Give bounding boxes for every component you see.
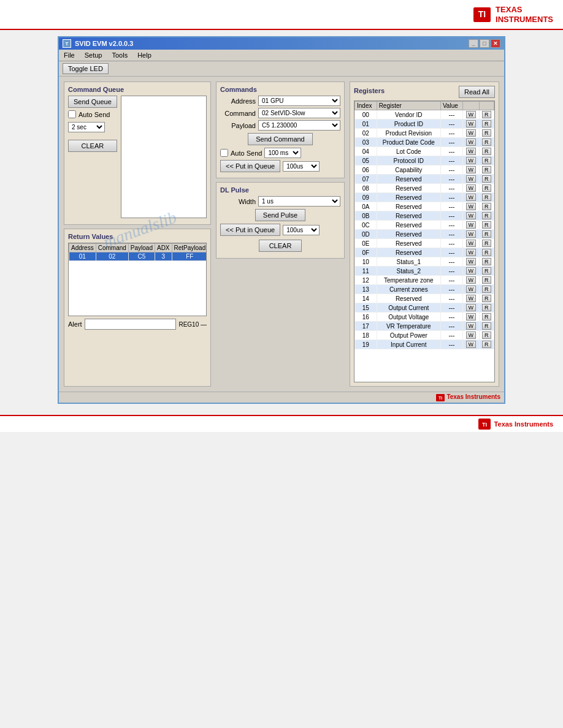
register-row[interactable]: 02 Product Revision --- W R [355,129,494,138]
close-button[interactable]: ✕ [491,39,500,48]
reg-w-button[interactable]: W [466,212,477,219]
reg-r-button[interactable]: R [482,230,491,238]
register-row[interactable]: 0D Reserved --- W R [355,230,494,239]
width-select[interactable]: 1 us 2 us 5 us [258,196,340,207]
reg-w-button[interactable]: W [466,111,477,118]
command-queue-textarea[interactable] [121,96,207,218]
reg-r-button[interactable]: R [482,341,491,348]
register-row[interactable]: 11 Status_2 --- W R [355,267,494,276]
reg-w-button[interactable]: W [466,129,477,137]
reg-w-button[interactable]: W [466,230,477,238]
address-select[interactable]: 01 GPU 02 GPU 03 VR [258,96,340,106]
reg-r-button[interactable]: R [482,157,491,164]
register-row[interactable]: 0C Reserved --- W R [355,221,494,230]
payload-select[interactable]: C5 1.230000 [258,120,340,131]
reg-r-button[interactable]: R [482,295,491,302]
register-row[interactable]: 19 Input Current --- W R [355,340,494,349]
put-in-queue-pulse-button[interactable]: << Put in Queue [220,224,280,236]
reg-r-button[interactable]: R [482,120,491,127]
register-row[interactable]: 09 Reserved --- W R [355,193,494,202]
register-row[interactable]: 01 Product ID --- W R [355,119,494,129]
reg-w-button[interactable]: W [466,148,477,155]
queue-interval-select[interactable]: 2 sec [68,122,105,132]
register-row[interactable]: 0E Reserved --- W R [355,239,494,248]
pulse-queue-interval-select[interactable]: 100us 200us [283,225,320,235]
reg-r-button[interactable]: R [482,148,491,155]
command-select[interactable]: 02 SetVID-Slow 01 SetVID-Fast [258,108,340,118]
register-row[interactable]: 15 Output Current --- W R [355,303,494,313]
clear-queue-button[interactable]: CLEAR [68,140,117,152]
register-row[interactable]: 13 Current zones --- W R [355,285,494,294]
register-row[interactable]: 10 Status_1 --- W R [355,257,494,267]
register-row[interactable]: 12 Temperature zone --- W R [355,276,494,285]
auto-send-checkbox-queue[interactable] [68,110,76,118]
reg-w-button[interactable]: W [466,120,477,127]
reg-w-button[interactable]: W [466,194,477,201]
send-command-button[interactable]: Send Command [248,133,313,145]
register-row[interactable]: 18 Output Power --- W R [355,331,494,340]
maximize-button[interactable]: □ [480,39,489,48]
register-row[interactable]: 00 Vendor ID --- W R [355,110,494,119]
send-queue-button[interactable]: Send Queue [68,96,117,108]
auto-send-interval-select[interactable]: 100 ms 200 ms 500 ms 1 sec [264,148,301,158]
menu-file[interactable]: File [61,51,77,59]
reg-r-button[interactable]: R [482,184,491,192]
auto-send-checkbox-commands[interactable] [220,149,228,157]
reg-w-button[interactable]: W [466,249,477,256]
table-row[interactable]: 01 02 C5 3 FF 0 [69,252,207,261]
reg-w-button[interactable]: W [466,175,477,183]
register-row[interactable]: 0F Reserved --- W R [355,248,494,257]
reg-w-button[interactable]: W [466,322,477,330]
menu-tools[interactable]: Tools [109,51,130,59]
reg-w-button[interactable]: W [466,166,477,173]
reg-w-button[interactable]: W [466,203,477,210]
reg-w-button[interactable]: W [466,258,477,265]
reg-r-button[interactable]: R [482,129,491,137]
reg-w-button[interactable]: W [466,286,477,293]
register-row[interactable]: 04 Lot Code --- W R [355,147,494,156]
clear-pulse-button[interactable]: CLEAR [259,240,302,252]
reg-r-button[interactable]: R [482,240,491,247]
reg-r-button[interactable]: R [482,166,491,173]
reg-r-button[interactable]: R [482,203,491,210]
register-row[interactable]: 0A Reserved --- W R [355,202,494,211]
register-row[interactable]: 06 Capability --- W R [355,165,494,175]
register-row[interactable]: 03 Product Date Code --- W R [355,138,494,147]
reg-r-button[interactable]: R [482,322,491,330]
reg-r-button[interactable]: R [482,249,491,256]
reg-r-button[interactable]: R [482,276,491,284]
reg-w-button[interactable]: W [466,276,477,284]
reg-w-button[interactable]: W [466,240,477,247]
reg-r-button[interactable]: R [482,313,491,320]
put-queue-interval-select[interactable]: 100us 200us 500us [283,161,320,172]
put-in-queue-commands-button[interactable]: << Put in Queue [220,160,280,172]
register-row[interactable]: 07 Reserved --- W R [355,175,494,184]
register-row[interactable]: 05 Protocol ID --- W R [355,156,494,165]
menu-help[interactable]: Help [135,51,154,59]
reg-w-button[interactable]: W [466,332,477,339]
register-row[interactable]: 0B Reserved --- W R [355,211,494,221]
alert-input[interactable] [85,319,177,330]
reg-r-button[interactable]: R [482,138,491,146]
register-row[interactable]: 17 VR Temperature --- W R [355,322,494,331]
reg-w-button[interactable]: W [466,184,477,192]
reg-w-button[interactable]: W [466,313,477,320]
read-all-button[interactable]: Read All [459,86,495,98]
reg-r-button[interactable]: R [482,111,491,118]
reg-r-button[interactable]: R [482,332,491,339]
reg-w-button[interactable]: W [466,295,477,302]
register-row[interactable]: 08 Reserved --- W R [355,184,494,193]
reg-w-button[interactable]: W [466,138,477,146]
reg-r-button[interactable]: R [482,267,491,275]
menu-setup[interactable]: Setup [82,51,105,59]
reg-r-button[interactable]: R [482,304,491,311]
reg-w-button[interactable]: W [466,304,477,311]
reg-r-button[interactable]: R [482,212,491,219]
reg-w-button[interactable]: W [466,157,477,164]
reg-r-button[interactable]: R [482,286,491,293]
reg-r-button[interactable]: R [482,175,491,183]
reg-w-button[interactable]: W [466,341,477,348]
toggle-led-button[interactable]: Toggle LED [63,63,109,74]
reg-r-button[interactable]: R [482,258,491,265]
reg-w-button[interactable]: W [466,267,477,275]
